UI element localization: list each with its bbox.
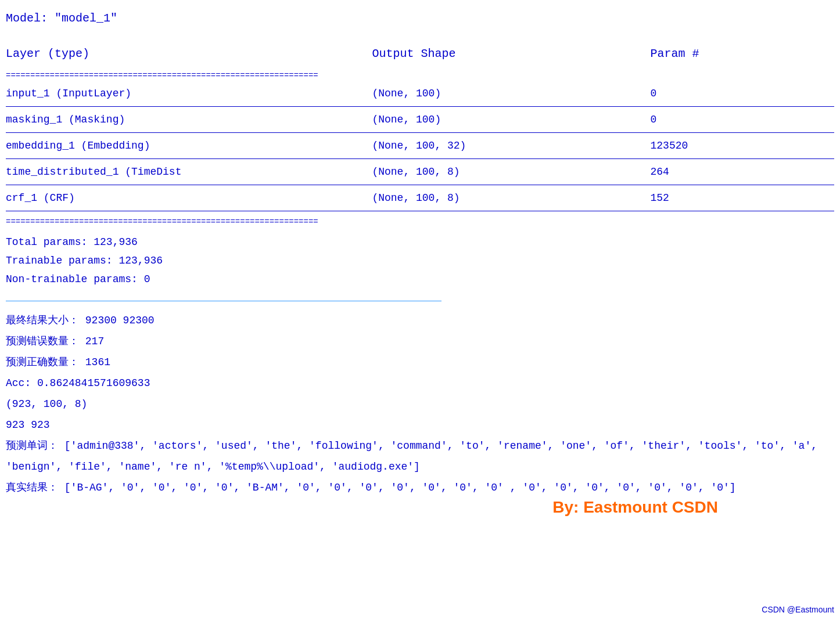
table-row: masking_1 (Masking)(None, 100)0	[6, 106, 834, 132]
cell-layer: time_distributed_1 (TimeDist	[6, 158, 337, 185]
divider	[6, 301, 441, 301]
cell-output: (None, 100)	[337, 81, 627, 107]
prediction-errors: 预测错误数量： 217	[6, 331, 834, 352]
count: 923 923	[6, 414, 834, 435]
cell-output: (None, 100, 32)	[337, 132, 627, 158]
cell-output: (None, 100, 8)	[337, 158, 627, 185]
cell-param: 0	[627, 106, 834, 132]
non-trainable-params: Non-trainable params: 0	[6, 270, 834, 289]
cell-layer: crf_1 (CRF)	[6, 185, 337, 211]
header-param: Param #	[627, 42, 834, 65]
prediction-correct: 预测正确数量： 1361	[6, 352, 834, 373]
bottom-watermark: CSDN @Eastmount	[762, 605, 834, 614]
header-layer: Layer (type)	[6, 42, 337, 65]
results-section: 最终结果大小： 92300 92300 预测错误数量： 217 预测正确数量： …	[6, 310, 834, 498]
cell-layer: embedding_1 (Embedding)	[6, 132, 337, 158]
acc: Acc: 0.8624841571609633	[6, 373, 834, 394]
cell-param: 123520	[627, 132, 834, 158]
cell-param: 0	[627, 81, 834, 107]
footer-separator: ========================================…	[6, 217, 834, 227]
header-separator: ========================================…	[6, 71, 834, 81]
table-row: input_1 (InputLayer)(None, 100)0	[6, 81, 834, 107]
trainable-params: Trainable params: 123,936	[6, 251, 834, 270]
table-row: crf_1 (CRF)(None, 100, 8)152	[6, 185, 834, 211]
predicted-words: 预测单词： ['admin@338', 'actors', 'used', 't…	[6, 435, 834, 477]
params-section: Total params: 123,936 Trainable params: …	[6, 233, 834, 289]
shape: (923, 100, 8)	[6, 394, 834, 414]
table-row: time_distributed_1 (TimeDist(None, 100, …	[6, 158, 834, 185]
cell-param: 152	[627, 185, 834, 211]
cell-layer: input_1 (InputLayer)	[6, 81, 337, 107]
model-title: Model: "model_1"	[6, 12, 834, 25]
cell-output: (None, 100, 8)	[337, 185, 627, 211]
total-params: Total params: 123,936	[6, 233, 834, 251]
cell-layer: masking_1 (Masking)	[6, 106, 337, 132]
cell-param: 264	[627, 158, 834, 185]
cell-output: (None, 100)	[337, 106, 627, 132]
header-output: Output Shape	[337, 42, 627, 65]
watermark: By: Eastmount CSDN	[552, 498, 718, 517]
true-result: 真实结果： ['B-AG', '0', '0', '0', '0', 'B-AM…	[6, 477, 834, 498]
final-size: 最终结果大小： 92300 92300	[6, 310, 834, 331]
table-row: embedding_1 (Embedding)(None, 100, 32)12…	[6, 132, 834, 158]
